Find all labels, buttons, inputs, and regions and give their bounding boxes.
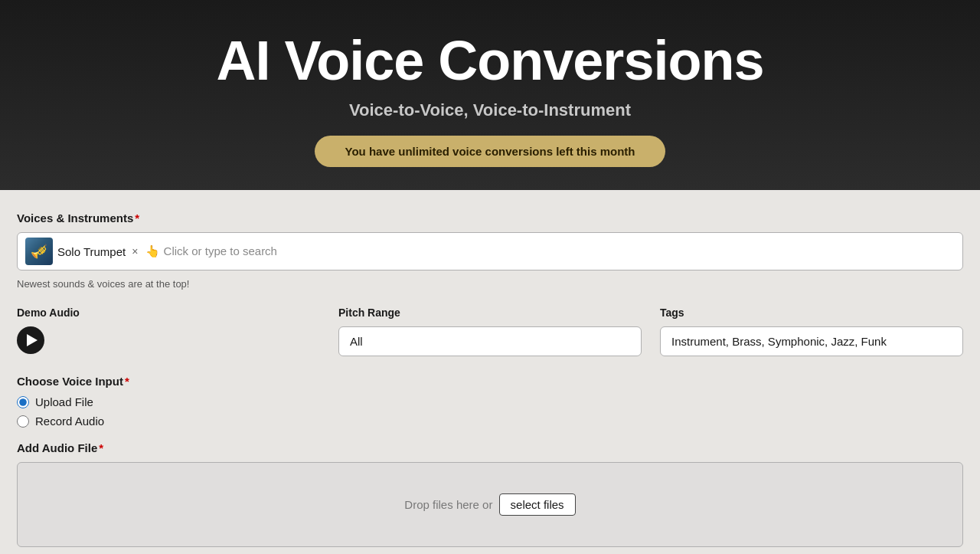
demo-audio-label: Demo Audio	[17, 307, 320, 319]
play-button[interactable]	[17, 326, 44, 354]
upload-drop-area[interactable]: Drop files here or select files	[17, 462, 963, 547]
radio-group: Upload File Record Audio	[17, 395, 963, 428]
tags-label: Tags	[660, 307, 963, 319]
main-content: Voices & Instruments* 🎺 Solo Trumpet × 👆…	[0, 190, 980, 554]
hint-text: Newest sounds & voices are at the top!	[17, 278, 963, 290]
page-subtitle: Voice-to-Voice, Voice-to-Instrument	[15, 100, 965, 120]
upload-file-radio[interactable]	[17, 396, 29, 408]
add-audio-file-label: Add Audio File*	[17, 441, 963, 454]
voice-input-section: Choose Voice Input* Upload File Record A…	[17, 375, 963, 428]
drop-text: Drop files here or select files	[404, 498, 575, 511]
page-title: AI Voice Conversions	[15, 31, 965, 91]
required-indicator: *	[135, 211, 139, 225]
radio-upload-file: Upload File	[17, 395, 963, 408]
selected-tag: 🎺 Solo Trumpet ×	[25, 238, 139, 265]
voice-input-label: Choose Voice Input*	[17, 375, 963, 388]
record-audio-radio[interactable]	[17, 415, 29, 428]
tag-name-label: Solo Trumpet	[57, 245, 126, 258]
record-audio-label[interactable]: Record Audio	[35, 415, 104, 428]
pitch-range-col: Pitch Range	[338, 307, 642, 356]
upload-file-label[interactable]: Upload File	[35, 395, 93, 408]
demo-audio-col: Demo Audio	[17, 307, 320, 356]
required-indicator-3: *	[99, 441, 103, 454]
tags-col: Tags	[660, 307, 963, 356]
play-icon	[27, 334, 38, 346]
voices-instruments-label: Voices & Instruments*	[17, 211, 963, 225]
tags-input[interactable]	[660, 326, 963, 356]
filter-row: Demo Audio Pitch Range Tags	[17, 307, 963, 356]
required-indicator-2: *	[125, 375, 129, 388]
select-files-button[interactable]: select files	[499, 493, 576, 516]
tag-thumbnail-emoji: 🎺	[31, 243, 47, 260]
header-section: AI Voice Conversions Voice-to-Voice, Voi…	[0, 0, 980, 190]
pitch-range-input[interactable]	[338, 326, 642, 356]
audio-file-section: Add Audio File* Drop files here or selec…	[17, 441, 963, 547]
voice-search-box[interactable]: 🎺 Solo Trumpet × 👆 Click or type to sear…	[17, 232, 963, 270]
search-placeholder[interactable]: 👆 Click or type to search	[145, 244, 955, 258]
pitch-range-label: Pitch Range	[338, 307, 642, 319]
radio-record-audio: Record Audio	[17, 415, 963, 428]
conversion-badge: You have unlimited voice conversions lef…	[315, 136, 666, 167]
tag-remove-button[interactable]: ×	[130, 245, 139, 257]
tag-thumbnail: 🎺	[25, 238, 53, 265]
